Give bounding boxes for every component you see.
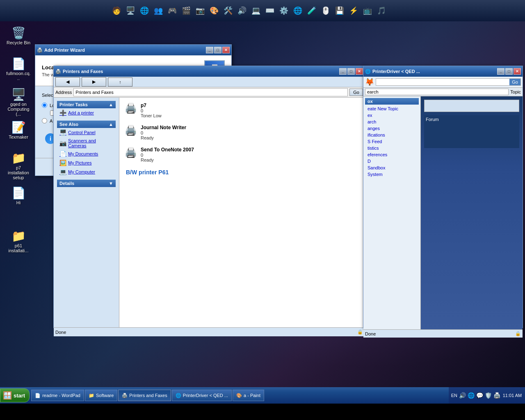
top-icon-5[interactable]: 🎮 — [166, 4, 179, 17]
browser-status-text: Done — [365, 331, 376, 336]
forum-link-stats[interactable]: tistics — [365, 145, 419, 151]
taskbar-item-wordpad[interactable]: 📄 readme - WordPad — [31, 390, 84, 401]
printer-p7-name: p7 — [141, 103, 162, 108]
desktop-icon-p7install[interactable]: 📁 p7 installationsetup — [4, 150, 33, 182]
top-icon-18[interactable]: ⚡ — [347, 4, 360, 17]
add-printer-link[interactable]: ➕ Add a printer — [57, 108, 116, 117]
top-icon-3[interactable]: 🌐 — [138, 4, 151, 17]
printer-item-p7[interactable]: 🖨️ p7 0 Toner Low — [123, 101, 361, 120]
wizard-title-icon: 🖨️ — [37, 48, 43, 53]
my-pictures-link[interactable]: 🖼️ My Pictures — [57, 158, 116, 167]
forum-link-new-topic[interactable]: eate New Topic — [365, 105, 419, 112]
desktop-icon-texmaker[interactable]: 📝 Texmaker — [4, 119, 33, 141]
desktop-icon-fullmoon[interactable]: 📄 fullmoon.cq... — [4, 55, 33, 82]
browser-window: 🌐 PrinterDriver < QED ... _ □ ✕ 🦊 Go Top… — [363, 66, 523, 328]
taskbar-item-software[interactable]: 📁 Software — [85, 390, 117, 401]
top-icon-6[interactable]: 🎬 — [180, 4, 193, 17]
top-icon-19[interactable]: 📺 — [361, 4, 374, 17]
forum-banner-text: Forum — [424, 115, 519, 123]
printer-tasks-header[interactable]: Printer Tasks ▲ — [57, 101, 116, 108]
top-icon-11[interactable]: 💻 — [249, 4, 262, 17]
go-button[interactable]: Go — [349, 89, 363, 96]
printers-maximize-btn[interactable]: □ — [347, 68, 355, 75]
top-icon-7[interactable]: 📷 — [194, 4, 207, 17]
printer-item-journal[interactable]: 🖨️ Journal Note Writer 0 Ready — [123, 123, 361, 142]
desktop-icon-recycle-bin[interactable]: 🗑️ Recycle Bin — [4, 25, 33, 47]
forum-link-prefs[interactable]: eferences — [365, 151, 419, 158]
browser-search-input[interactable] — [376, 79, 509, 85]
tray-chat-icon[interactable]: 💬 — [476, 392, 483, 399]
add-printer-icon: ➕ — [59, 110, 66, 116]
toolbar-up-btn[interactable]: ↑ — [108, 78, 132, 87]
top-icon-15[interactable]: 🧪 — [305, 4, 318, 17]
browser-url-input[interactable] — [367, 89, 507, 94]
my-computer-link[interactable]: 💻 My Computer — [57, 167, 116, 176]
printers-address-bar: Address Go — [54, 87, 365, 98]
paint-label: a - Paint — [244, 393, 260, 398]
top-icon-12[interactable]: ⌨️ — [263, 4, 276, 17]
forum-link-search[interactable]: arch — [365, 119, 419, 125]
wizard-close-btn[interactable]: ✕ — [222, 47, 230, 53]
forum-link-index[interactable]: ex — [365, 112, 419, 119]
scanners-label: Scanners and Cameras — [68, 138, 113, 148]
top-icon-9[interactable]: 🛠️ — [221, 4, 235, 17]
forum-link-changes[interactable]: anges — [365, 125, 419, 132]
desktop-icon-gqed[interactable]: 🖥️ gqed onComputing (... — [4, 86, 33, 118]
top-icon-8[interactable]: 🎨 — [208, 4, 221, 17]
printer-item-onenote[interactable]: 🖨️ Send To OneNote 2007 0 Ready — [123, 145, 361, 164]
printers-minimize-btn[interactable]: _ — [339, 68, 347, 75]
my-documents-link[interactable]: 📄 My Documents — [57, 149, 116, 158]
top-icon-14[interactable]: 🌐 — [291, 4, 304, 17]
printers-close-btn[interactable]: ✕ — [356, 68, 363, 75]
top-icon-1[interactable]: 🧑 — [110, 4, 123, 17]
local-printer-radio[interactable] — [42, 103, 47, 108]
see-also-label: See Also — [59, 122, 78, 127]
top-icon-20[interactable]: 🎵 — [375, 4, 388, 17]
top-icon-13[interactable]: ⚙️ — [277, 4, 290, 17]
control-panel-link[interactable]: 🖥️ Control Panel — [57, 128, 116, 137]
tray-volume-icon[interactable]: 🔊 — [459, 392, 466, 399]
hi-icon: 📄 — [12, 186, 25, 199]
network-printer-radio[interactable] — [42, 118, 47, 123]
taskbar-item-printers[interactable]: 🖨️ Printers and Faxes — [118, 390, 171, 401]
top-icon-16[interactable]: 🖱️ — [319, 4, 332, 17]
top-icon-10[interactable]: 🔊 — [235, 4, 249, 17]
wizard-maximize-btn[interactable]: □ — [214, 47, 221, 53]
printer-onenote-status: Ready — [141, 158, 194, 162]
taskbar-item-printerdriver[interactable]: 🌐 PrinterDriver < QED ... — [172, 390, 232, 401]
taskbar-bottom: 🪟 start 📄 readme - WordPad 📁 Software 🖨️… — [0, 387, 525, 404]
forum-link-system[interactable]: System — [365, 171, 419, 178]
forum-sidebar-header: ox — [365, 98, 419, 105]
tray-network-icon[interactable]: 🌐 — [468, 392, 475, 399]
tray-en[interactable]: EN — [451, 393, 457, 398]
system-clock: 11:01 AM — [502, 393, 523, 398]
tray-shield-icon[interactable]: 🛡️ — [485, 392, 492, 399]
forum-link-notif[interactable]: ifications — [365, 132, 419, 138]
browser-search-btn[interactable]: Go — [509, 79, 520, 85]
see-also-header[interactable]: See Also ▲ — [57, 121, 116, 128]
printer-tasks-label: Printer Tasks — [59, 102, 88, 107]
forum-link-sandbox[interactable]: Sandbox — [365, 164, 419, 171]
top-icon-4[interactable]: 👥 — [152, 4, 165, 17]
browser-maximize-btn[interactable]: □ — [505, 68, 513, 75]
scanners-link[interactable]: 📷 Scanners and Cameras — [57, 137, 116, 149]
details-header[interactable]: Details ▼ — [57, 180, 116, 187]
taskbar-tray: EN 🔊 🌐 💬 🛡️ 🖨️ 11:01 AM — [449, 387, 525, 404]
top-icon-17[interactable]: 💾 — [333, 4, 346, 17]
desktop-icon-p61[interactable]: 📁 p61installati... — [4, 228, 33, 255]
address-input[interactable] — [73, 88, 348, 96]
forum-link-rss[interactable]: S Feed — [365, 138, 419, 145]
wizard-minimize-btn[interactable]: _ — [206, 47, 213, 53]
taskbar-item-paint[interactable]: 🎨 a - Paint — [233, 390, 264, 401]
browser-statusbar: Done 🔒 — [363, 329, 523, 338]
toolbar-back-btn[interactable]: ◀ — [55, 77, 80, 87]
start-button[interactable]: 🪟 start — [0, 388, 30, 402]
browser-close-btn[interactable]: ✕ — [514, 68, 521, 75]
forum-link-d[interactable]: D — [365, 158, 419, 164]
tray-printer-icon[interactable]: 🖨️ — [493, 392, 500, 399]
see-also-section: See Also ▲ 🖥️ Control Panel 📷 Scanners a… — [57, 121, 116, 176]
browser-minimize-btn[interactable]: _ — [497, 68, 504, 75]
top-icon-2[interactable]: 🖥️ — [124, 4, 137, 17]
desktop-icon-hi[interactable]: 📄 Hi — [4, 185, 33, 207]
toolbar-forward-btn[interactable]: ▶ — [82, 77, 106, 87]
